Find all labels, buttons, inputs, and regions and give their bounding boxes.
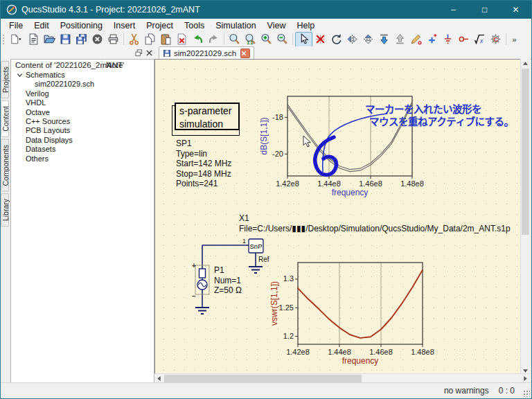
zoom-in-button[interactable] [258,33,274,46]
tree-item-octave[interactable]: Octave [11,108,154,117]
dock-header [1,46,154,59]
tree-item-others[interactable]: Others [11,154,154,163]
status-bar: no warnings 0 : 0 [1,382,531,398]
sidebar-tab-library[interactable]: Library [1,193,9,227]
menu-edit[interactable]: Edit [28,19,55,32]
vertical-scrollbar[interactable] [520,59,530,375]
p1-name-label: P1 [214,265,224,275]
minimize-button[interactable]: – [438,1,469,19]
rotate-ccw-button[interactable] [328,33,344,46]
maximize-button[interactable]: □ [469,1,500,19]
tree-item-datasets[interactable]: Datasets [11,145,154,154]
print-button[interactable] [105,33,121,46]
sp1-name: SP1 [176,139,231,149]
scroll-up-icon[interactable] [521,59,530,68]
chevron-down-icon[interactable] [17,71,23,78]
save-button[interactable] [57,33,73,46]
equation-button[interactable]: x [472,33,488,46]
menu-help[interactable]: Help [291,19,320,32]
redo-button[interactable] [206,33,222,46]
tree-item-schematics[interactable]: Schematics [11,71,154,80]
sidebar-tab-content[interactable]: Content [1,100,9,137]
menu-simulation[interactable]: Simulation [210,19,261,32]
svg-text:1.42e8: 1.42e8 [276,179,299,188]
deactivate-button[interactable] [312,33,328,46]
menu-view[interactable]: View [262,19,292,32]
resize-grip[interactable] [523,390,530,397]
delete-button[interactable] [174,33,190,46]
push-into-button[interactable] [376,33,392,46]
p1-num-label: Num=1 [214,276,241,285]
schematic-canvas[interactable]: SnP 1 Ref + − P1 Num=1 Z=50 Ω 1.42e81.44… [154,59,523,376]
simulation-settings-button[interactable]: C [488,33,504,46]
tree-item-verilog[interactable]: Verilog [11,89,154,98]
horizontal-scroll-thumb[interactable] [164,375,362,382]
document-tab[interactable]: sim20221029.sch [159,46,254,59]
mirror-x-button[interactable] [360,33,376,46]
open-button[interactable] [42,33,57,46]
menu-tools[interactable]: Tools [179,19,210,32]
s-parameter-simulation-block[interactable]: s-parameter simulation [175,103,240,130]
zoom-1-1-button[interactable]: 1:1 [242,33,258,46]
tree-item-c-sources[interactable]: C++ Sources [11,117,154,126]
horizontal-scrollbar[interactable] [154,373,530,383]
chart-vswr-s11[interactable]: 1.42e81.44e81.46e81.48e81.31.251.2freque… [269,263,434,366]
more-button[interactable]: » [508,33,524,46]
ground-button[interactable] [440,33,456,46]
close-button[interactable]: ✕ [500,1,531,19]
svg-text:C: C [493,35,498,43]
menu-positioning[interactable]: Positioning [55,19,108,32]
pop-out-button[interactable] [392,33,408,46]
redo-icon [208,33,220,45]
menu-bar: FileEditPositioningInsertProjectToolsSim… [1,19,531,32]
float-panel-button[interactable] [134,48,144,57]
wire-label-button[interactable] [408,33,424,46]
rotate-ccw-icon [330,33,342,45]
document-tab-label: sim20221029.sch [174,49,236,57]
tree-item-pcb-layouts[interactable]: PCB Layouts [11,126,154,135]
new-file-button[interactable] [7,33,26,46]
menu-project[interactable]: Project [141,19,179,32]
save-all-button[interactable] [73,33,89,46]
mirror-y-button[interactable] [344,33,360,46]
x1-file-path: File=C:/Users/▮▮▮/Desktop/Simulation/Quc… [239,224,511,234]
zoom-fit-button[interactable] [227,33,242,46]
zoom-out-button[interactable] [274,33,290,46]
x1-parameters[interactable]: X1 File=C:/Users/▮▮▮/Desktop/Simulation/… [239,213,511,234]
cut-icon [128,33,140,45]
tree-item-sim20221029-sch[interactable]: sim20221029.sch [11,80,154,89]
p1-component[interactable]: + − P1 Num=1 Z=50 Ω [192,262,242,300]
sidebar-tab-components[interactable]: Components [1,139,9,192]
sidebar-tab-projects[interactable]: Projects [1,61,9,98]
cut-button[interactable] [126,33,142,46]
paste-button[interactable] [158,33,174,46]
save-all-icon [76,33,87,45]
close-tab-icon[interactable] [240,48,250,58]
simulation-settings-icon: C [490,33,502,45]
sp1-parameters[interactable]: SP1 Type=lin Start=142 MHz Stop=148 MHz … [176,139,231,189]
svg-text:x: x [479,37,484,44]
menu-insert[interactable]: Insert [108,19,141,32]
port-button[interactable] [456,33,472,46]
ground-icon [442,33,454,45]
close-document-button[interactable] [89,33,105,46]
insert-pin-button[interactable] [424,33,440,46]
menu-file[interactable]: File [3,19,28,32]
snp-ref-label: Ref [258,256,269,263]
toolbar-handle[interactable] [2,34,6,45]
svg-text:1.25: 1.25 [279,303,294,312]
select-button[interactable] [295,32,312,47]
undo-button[interactable] [190,33,206,46]
svg-text:1.2: 1.2 [283,332,294,340]
svg-text:vswr(S[1,1]): vswr(S[1,1]) [269,281,279,326]
close-panel-button[interactable] [144,48,154,57]
content-panel: Content of '20221026_2mANT' Note Schemat… [10,59,154,383]
open-icon [44,33,55,45]
tree-item-vhdl[interactable]: VHDL [11,98,154,107]
new-file-icon [10,33,22,45]
new-text-button[interactable] [26,33,42,46]
wire-label-icon [410,33,422,45]
copy-button[interactable] [142,33,158,46]
vertical-scroll-thumb[interactable] [522,69,529,235]
tree-item-data-displays[interactable]: Data Displays [11,136,154,145]
